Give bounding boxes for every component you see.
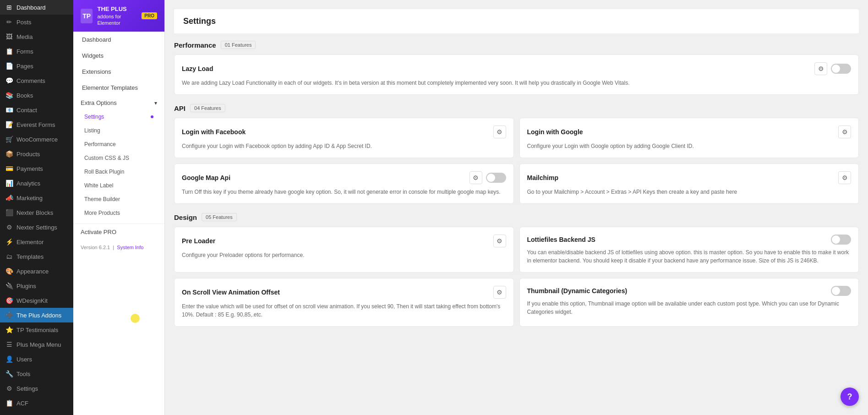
subnav-theme-builder[interactable]: Theme Builder	[73, 192, 164, 206]
design-cards: Pre Loader ⚙ Configure your Preloader op…	[174, 227, 859, 327]
nav-item-extensions[interactable]: Extensions	[73, 64, 164, 80]
login-google-title: Login with Google	[527, 128, 583, 136]
dashboard-icon: ⊞	[5, 4, 13, 11]
comments-icon: 💬	[5, 77, 13, 84]
extra-options-section[interactable]: Extra Options ▾	[73, 96, 164, 110]
api-section-header: API 04 Features	[174, 104, 859, 112]
subnav-performance[interactable]: Performance	[73, 137, 164, 151]
elementor-icon: ⚡	[5, 238, 13, 246]
wp-menu-item-forms[interactable]: 📋Forms	[0, 44, 73, 59]
lazy-load-card-header: Lazy Load ⚙	[182, 62, 851, 75]
api-features-badge: 04 Features	[190, 104, 225, 112]
login-facebook-gear-button[interactable]: ⚙	[493, 126, 506, 138]
nav-item-dashboard[interactable]: Dashboard	[73, 32, 164, 48]
google-map-api-gear-button[interactable]: ⚙	[469, 171, 482, 184]
thumbnail-dynamic-header: Thumbnail (Dynamic Categories)	[527, 286, 852, 296]
subnav-rollback-plugin[interactable]: Roll Back Plugin	[73, 165, 164, 179]
lazy-load-gear-button[interactable]: ⚙	[814, 62, 827, 75]
chevron-down-icon: ▾	[154, 100, 157, 106]
google-map-api-actions: ⚙	[469, 171, 506, 184]
wp-menu-item-woocommerce[interactable]: 🛒WooCommerce	[0, 132, 73, 147]
lottiefiles-desc: You can enable/disable backend JS of lot…	[527, 248, 852, 265]
thumbnail-dynamic-toggle[interactable]	[831, 286, 851, 296]
settings-page-title: Settings	[174, 9, 859, 33]
wp-menu-item-appearance[interactable]: 🎨Appearance	[0, 264, 73, 278]
pre-loader-gear-button[interactable]: ⚙	[493, 235, 506, 247]
templates-icon: 🗂	[5, 253, 13, 260]
wp-menu-item-elementor[interactable]: ⚡Elementor	[0, 235, 73, 249]
lazy-load-actions: ⚙	[814, 62, 851, 75]
wp-menu-item-books[interactable]: 📚Books	[0, 88, 73, 103]
design-section: Design 05 Features Pre Loader ⚙ Configur…	[174, 213, 859, 327]
payments-icon: 💳	[5, 165, 13, 172]
login-google-desc: Configure your Login with Google option …	[527, 142, 852, 150]
subnav-settings[interactable]: Settings	[73, 110, 164, 124]
system-info-link[interactable]: System Info	[117, 245, 143, 250]
wp-menu-item-analytics[interactable]: 📊Analytics	[0, 176, 73, 191]
lottiefiles-toggle[interactable]	[831, 235, 851, 245]
mailchimp-header: Mailchimp ⚙	[527, 171, 852, 184]
wp-menu-item-comments[interactable]: 💬Comments	[0, 73, 73, 88]
mailchimp-desc: Go to your Mailchimp > Account > Extras …	[527, 188, 852, 196]
wp-menu-item-marketing[interactable]: 📣Marketing	[0, 191, 73, 205]
help-button[interactable]: ?	[841, 388, 859, 406]
thumbnail-dynamic-actions	[831, 286, 851, 296]
wp-menu-item-media[interactable]: 🖼Media	[0, 29, 73, 44]
plus-mega-menu-icon: ☰	[5, 341, 13, 348]
wp-menu-item-products[interactable]: 📦Products	[0, 147, 73, 161]
thumbnail-dynamic-title: Thumbnail (Dynamic Categories)	[527, 287, 628, 295]
mailchimp-title: Mailchimp	[527, 174, 558, 181]
tp-testimonials-icon: ⭐	[5, 326, 13, 333]
theplus-nav-bottom: Activate PRO Version 6.2.1 | System Info	[73, 224, 164, 255]
nexter-blocks-icon: ⬛	[5, 209, 13, 216]
login-facebook-title: Login with Facebook	[182, 128, 246, 136]
wp-menu-item-contact[interactable]: 📧Contact	[0, 103, 73, 117]
pre-loader-card: Pre Loader ⚙ Configure your Preloader op…	[174, 227, 514, 273]
nav-item-elementor-templates[interactable]: Elementor Templates	[73, 80, 164, 96]
wp-menu-item-theplus-addons[interactable]: ➕The Plus Addons	[0, 308, 73, 322]
wp-menu-item-templates[interactable]: 🗂Templates	[0, 249, 73, 264]
theplus-addons-icon: ➕	[5, 311, 13, 319]
wp-menu-item-wdesignkit[interactable]: 🎯WDesignKit	[0, 293, 73, 308]
login-google-gear-button[interactable]: ⚙	[838, 126, 851, 138]
settings-icon: ⚙	[5, 385, 13, 392]
lazy-load-toggle[interactable]	[831, 64, 851, 74]
wp-menu-item-tp-testimonials[interactable]: ⭐TP Testimonials	[0, 322, 73, 337]
posts-icon: ✏	[5, 18, 13, 26]
wp-admin-sidebar: ⊞Dashboard✏Posts🖼Media📋Forms📄Pages💬Comme…	[0, 0, 73, 415]
everest-forms-icon: 📝	[5, 121, 13, 128]
subnav-custom-css-js[interactable]: Custom CSS & JS	[73, 151, 164, 165]
lottiefiles-title: Lottiefiles Backend JS	[527, 236, 595, 243]
nav-item-widgets[interactable]: Widgets	[73, 48, 164, 64]
wp-menu-item-pages[interactable]: 📄Pages	[0, 59, 73, 73]
subnav-listing[interactable]: Listing	[73, 124, 164, 137]
lazy-load-title: Lazy Load	[182, 65, 213, 72]
google-map-api-toggle[interactable]	[486, 173, 506, 183]
wp-menu-item-payments[interactable]: 💳Payments	[0, 161, 73, 176]
wp-menu-item-posts[interactable]: ✏Posts	[0, 15, 73, 29]
wp-menu-item-plus-mega-menu[interactable]: ☰Plus Mega Menu	[0, 337, 73, 352]
tools-icon: 🔧	[5, 370, 13, 377]
appearance-icon: 🎨	[5, 268, 13, 275]
wp-menu-item-users[interactable]: 👤Users	[0, 352, 73, 366]
wp-menu-item-dashboard[interactable]: ⊞Dashboard	[0, 0, 73, 15]
lottiefiles-actions	[831, 235, 851, 245]
subnav-white-label[interactable]: White Label	[73, 179, 164, 192]
wp-menu-item-everest-forms[interactable]: 📝Everest Forms	[0, 117, 73, 132]
woocommerce-icon: 🛒	[5, 136, 13, 143]
login-facebook-header: Login with Facebook ⚙	[182, 126, 506, 138]
wp-menu-item-acf[interactable]: 📋ACF	[0, 396, 73, 410]
wp-menu-item-plugins[interactable]: 🔌Plugins	[0, 278, 73, 293]
analytics-icon: 📊	[5, 180, 13, 187]
activate-pro[interactable]: Activate PRO	[73, 224, 164, 240]
mailchimp-gear-button[interactable]: ⚙	[838, 171, 851, 184]
subnav-more-products[interactable]: More Products	[73, 206, 164, 220]
performance-section-title: Performance	[174, 41, 216, 49]
wp-menu-item-nexter-blocks[interactable]: ⬛Nexter Blocks	[0, 205, 73, 220]
extra-options-subnav: Settings Listing Performance Custom CSS …	[73, 110, 164, 220]
wp-menu-item-tools[interactable]: 🔧Tools	[0, 366, 73, 381]
wp-menu-item-nexter-settings[interactable]: ⚙Nexter Settings	[0, 220, 73, 235]
scroll-animation-gear-button[interactable]: ⚙	[493, 286, 506, 299]
pre-loader-actions: ⚙	[493, 235, 506, 247]
wp-menu-item-settings[interactable]: ⚙Settings	[0, 381, 73, 396]
